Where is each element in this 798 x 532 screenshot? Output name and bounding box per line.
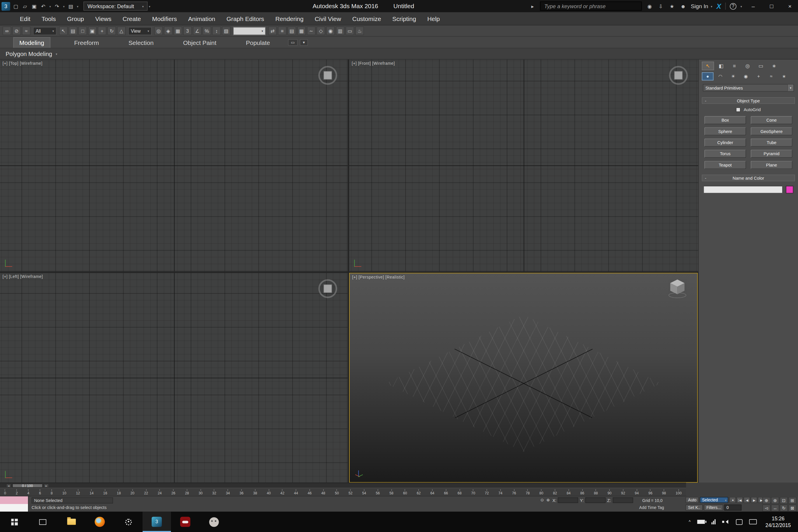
taskbar-clock[interactable]: 15:26 24/12/2015	[763, 515, 793, 529]
previous-frame-button[interactable]: ◀	[744, 497, 750, 503]
listener-macro-row[interactable]	[0, 496, 28, 504]
adobe-creative-cloud-button[interactable]	[171, 512, 200, 532]
menu-item-rendering[interactable]: Rendering	[270, 13, 309, 24]
timeline-tick[interactable]: 70	[471, 489, 475, 495]
timeline-tick[interactable]: 40	[267, 489, 271, 495]
listener-script-row[interactable]	[0, 504, 28, 512]
current-frame-field[interactable]: 0	[724, 505, 742, 511]
panel-caret-icon[interactable]: ▾	[56, 52, 57, 55]
redo-icon[interactable]: ↷	[53, 2, 61, 11]
systems-category-icon[interactable]: ∗	[778, 72, 790, 80]
search-icon[interactable]: ◉	[646, 3, 653, 9]
timeline-tick[interactable]: 2	[16, 489, 18, 495]
workspace-dropdown[interactable]: Workspace: Default ▾	[83, 1, 148, 11]
save-file-icon[interactable]: ▣	[30, 2, 38, 11]
timeline-tick[interactable]: 24	[158, 489, 162, 495]
menu-item-create[interactable]: Create	[117, 13, 147, 24]
timeline-tick[interactable]: 94	[635, 489, 639, 495]
firefox-button[interactable]	[86, 512, 114, 532]
minimize-button[interactable]: –	[746, 0, 760, 12]
timeline-tick[interactable]: 86	[580, 489, 584, 495]
timeline-tick[interactable]: 32	[212, 489, 216, 495]
cameras-category-icon[interactable]: ◉	[740, 72, 752, 80]
timeline-tick[interactable]: 90	[608, 489, 612, 495]
pyramid-button[interactable]: Pyramid	[751, 150, 793, 158]
angle-snap-icon[interactable]: ∠	[193, 26, 202, 35]
menu-item-civil-view[interactable]: Civil View	[309, 13, 347, 24]
zoom-extents-all-icon[interactable]: ⊞	[788, 497, 797, 504]
timeline-tick[interactable]: 4	[27, 489, 30, 495]
primitives-category-dropdown[interactable]: Standard Primitives ▾	[703, 84, 794, 92]
workspace-flyout-icon[interactable]: ▾	[148, 2, 151, 11]
project-caret-icon[interactable]: ▾	[76, 2, 79, 11]
lights-category-icon[interactable]: ☀	[727, 72, 739, 80]
redo-caret-icon[interactable]: ▾	[62, 2, 65, 11]
snaps-toggle-icon[interactable]: 3	[183, 26, 192, 35]
viewport-front[interactable]: [+] [Front] [Wireframe]	[349, 59, 698, 271]
undo-caret-icon[interactable]: ▾	[49, 2, 52, 11]
timeline-tick[interactable]: 48	[321, 489, 325, 495]
layer-manager-icon[interactable]: ▤	[288, 26, 296, 35]
timeline-tick[interactable]: 60	[403, 489, 407, 495]
viewport-top-label[interactable]: [+] [Top] [Wireframe]	[3, 61, 43, 65]
go-to-start-button[interactable]: |◀	[737, 497, 743, 503]
tab-selection[interactable]: Selection	[123, 38, 159, 48]
tray-expand-icon[interactable]: ^	[689, 519, 691, 524]
new-scene-icon[interactable]: ▢	[12, 2, 20, 11]
open-file-icon[interactable]: ▱	[21, 2, 29, 11]
menu-item-help[interactable]: Help	[422, 13, 445, 24]
select-and-move-icon[interactable]: +	[98, 26, 107, 35]
communication-center-icon[interactable]: ⇩	[657, 3, 664, 9]
object-name-input[interactable]	[703, 186, 782, 193]
timeline-tick[interactable]: 22	[144, 489, 148, 495]
sign-in-button[interactable]: Sign In ▾	[691, 3, 712, 9]
timeline-tick[interactable]: 68	[458, 489, 462, 495]
percent-snap-icon[interactable]: %	[203, 26, 211, 35]
modify-tab[interactable]: ◧	[715, 61, 727, 70]
time-back-icon[interactable]: ◂	[6, 483, 11, 488]
torus-button[interactable]: Torus	[704, 150, 746, 158]
time-forward-icon[interactable]: ▸	[44, 483, 49, 488]
menu-item-animation[interactable]: Animation	[183, 13, 221, 24]
schematic-view-icon[interactable]: ◇	[317, 26, 325, 35]
teapot-button[interactable]: Teapot	[704, 161, 746, 169]
project-folder-icon[interactable]: ▤	[67, 2, 75, 11]
rendered-frame-icon[interactable]: ▭	[346, 26, 354, 35]
timeline-tick[interactable]: 66	[444, 489, 448, 495]
plane-button[interactable]: Plane	[751, 161, 793, 169]
timeline-tick[interactable]: 6	[39, 489, 41, 495]
sphere-button[interactable]: Sphere	[704, 127, 746, 135]
selection-filter-dropdown[interactable]: All	[33, 27, 56, 35]
favorites-icon[interactable]: ★	[668, 3, 676, 9]
menu-item-scripting[interactable]: Scripting	[387, 13, 422, 24]
menu-item-edit[interactable]: Edit	[14, 13, 36, 24]
key-filter-dropdown[interactable]: Selected ▾	[700, 497, 728, 503]
timeline-tick[interactable]: 44	[294, 489, 298, 495]
timeline-tick[interactable]: 100	[676, 489, 682, 495]
tube-button[interactable]: Tube	[751, 138, 793, 147]
cone-button[interactable]: Cone	[751, 116, 793, 124]
viewport-left[interactable]: [+] [Left] [Wireframe]	[0, 273, 348, 483]
tab-freeform[interactable]: Freeform	[69, 38, 104, 48]
timeline-tick[interactable]: 80	[539, 489, 544, 495]
object-color-swatch[interactable]	[786, 186, 793, 193]
viewcube[interactable]	[667, 63, 690, 87]
time-slider[interactable]: 0 / 100	[12, 483, 43, 488]
material-editor-icon[interactable]: ◉	[326, 26, 335, 35]
timeline-tick[interactable]: 56	[376, 489, 380, 495]
restore-button[interactable]: □	[764, 0, 779, 12]
menu-item-group[interactable]: Group	[61, 13, 90, 24]
timeline-tick[interactable]: 10	[62, 489, 66, 495]
selection-region-icon[interactable]: □	[78, 26, 87, 35]
viewcube[interactable]	[316, 63, 340, 87]
timeline-ruler[interactable]: 0246810121416182022242628303234363840424…	[0, 488, 686, 496]
timeline-tick[interactable]: 14	[90, 489, 94, 495]
space-warps-category-icon[interactable]: ≈	[765, 72, 777, 80]
timeline-tick[interactable]: 16	[103, 489, 107, 495]
menu-item-modifiers[interactable]: Modifiers	[147, 13, 182, 24]
undo-icon[interactable]: ↶	[39, 2, 47, 11]
key-filters-button[interactable]: Filters...	[704, 505, 723, 511]
spinner-snap-icon[interactable]: ↕	[212, 26, 221, 35]
selection-lock-icon[interactable]: ⊙	[540, 498, 544, 502]
timeline-tick[interactable]: 78	[526, 489, 530, 495]
